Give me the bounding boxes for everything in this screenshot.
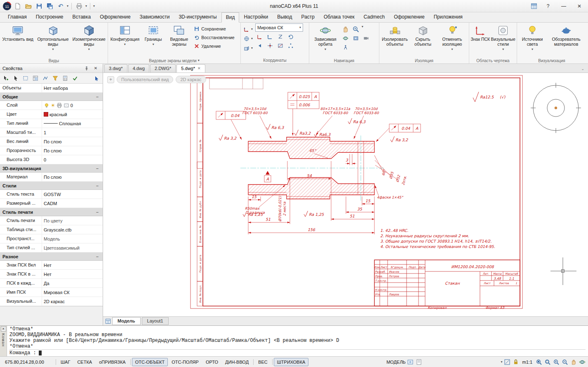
tab-zavisimosti[interactable]: Зависимости: [135, 12, 174, 22]
collapse-icon[interactable]: −: [94, 183, 100, 188]
viewport-borders-button[interactable]: Границы ▾: [141, 23, 165, 56]
layer-print-icon[interactable]: [56, 103, 62, 108]
viewport-add-button[interactable]: +: [107, 76, 114, 83]
unisolate-button[interactable]: Отменить изоляцию ▾: [437, 23, 468, 56]
calc-button[interactable]: [61, 74, 70, 82]
section-header-plotstyle[interactable]: Стиль печати−: [0, 208, 103, 216]
ucs-world-button[interactable]: ▾: [242, 35, 254, 43]
hide-objects-button[interactable]: Скрыть объекты: [410, 23, 436, 56]
ucs-3point-button[interactable]: [286, 42, 295, 50]
section-header-misc[interactable]: Разное−: [0, 252, 103, 261]
toggle-dyn-input[interactable]: ДИН-ВВОД: [222, 358, 252, 366]
zoom-extents-button[interactable]: [535, 358, 543, 366]
lock-icon[interactable]: [512, 358, 520, 366]
prop-ucsicon-origin-row[interactable]: Знак ПСК в ... Нет: [0, 270, 103, 279]
select-arrow-button[interactable]: [92, 74, 101, 82]
save-all-button[interactable]: [45, 2, 54, 11]
viewport-delete-button[interactable]: Удаление: [193, 42, 239, 50]
layout-tab-layout1[interactable]: Layout1: [142, 317, 169, 325]
open-file-button[interactable]: [24, 2, 33, 11]
toggle-osnap[interactable]: оПРИВЯЗКА: [96, 358, 129, 366]
orbit-button-status[interactable]: [578, 358, 586, 366]
space-indicator[interactable]: МОДЕЛЬ: [386, 360, 406, 365]
tab-3d-instrumenty[interactable]: 3D-инструменты: [174, 12, 221, 22]
show-motion-button[interactable]: [351, 34, 360, 42]
ucs-previous-button[interactable]: [255, 42, 264, 50]
prop-visual-style-row[interactable]: Визуальный... 2D каркас: [0, 297, 103, 306]
undo-caret-icon[interactable]: ▾: [67, 5, 68, 8]
light-sources-button[interactable]: Источники света ▾: [518, 23, 546, 56]
prop-transparency-row[interactable]: Прозрачность По слою: [0, 146, 103, 155]
layout-list-icon[interactable]: [105, 318, 111, 324]
undo-button[interactable]: ↶: [56, 2, 65, 11]
model-space-icon[interactable]: [406, 358, 414, 366]
new-file-button[interactable]: [13, 2, 22, 11]
close-doc-icon[interactable]: ✕: [198, 66, 201, 70]
toggle-grid[interactable]: СЕТКА: [74, 358, 95, 366]
tab-postroenie[interactable]: Построение: [31, 12, 68, 22]
section-header-styles[interactable]: Стили−: [0, 182, 103, 190]
free-orbit-button[interactable]: [341, 34, 350, 42]
toggle-polar[interactable]: ОТС-ПОЛЯР: [168, 358, 202, 366]
close-command-panel-button[interactable]: ✕: [1, 326, 6, 332]
tab-rastr[interactable]: Растр: [297, 12, 319, 22]
doc-tab-2dwg[interactable]: 2.DWG*: [150, 64, 176, 72]
prop-plottable-row[interactable]: Таблица сти... Grayscale.ctb: [0, 225, 103, 234]
ucs-x-button[interactable]: [255, 33, 264, 41]
annotation-scale-icon[interactable]: [503, 358, 511, 366]
prop-layer-row[interactable]: Слой ☀ 0: [0, 101, 103, 110]
select-window-button[interactable]: [21, 74, 30, 82]
prop-thickness-row[interactable]: Высота 3D 0: [0, 155, 103, 164]
close-button[interactable]: ✕: [573, 2, 586, 11]
layer-lock-icon[interactable]: [64, 103, 69, 108]
zoom-out-button[interactable]: [561, 358, 569, 366]
add-to-selection-button[interactable]: [1, 74, 10, 82]
viewport-screens-button[interactable]: Видовые экраны: [166, 23, 193, 56]
tab-oformlenie-2[interactable]: Оформление: [389, 12, 429, 22]
zoom-in-button[interactable]: [552, 358, 560, 366]
viewport-config-button[interactable]: Конфигурация ▾: [109, 23, 141, 56]
prop-objects-row[interactable]: Объекты Нет набора: [0, 84, 103, 93]
ucs-z-button[interactable]: [276, 33, 285, 41]
toggle-otrack[interactable]: ОТС-ОБЪЕКТ: [132, 358, 168, 366]
minimize-button[interactable]: —: [557, 2, 570, 11]
iso-views-button[interactable]: Изометрические виды ▾: [72, 23, 106, 56]
walk-button[interactable]: [341, 43, 350, 51]
tab-nastroyki[interactable]: Настройки: [239, 12, 273, 22]
tab-vid[interactable]: Вид: [221, 12, 240, 23]
ortho-views-button[interactable]: Ортогональные виды ▾: [35, 23, 71, 56]
prop-material-row[interactable]: Материал По слою: [0, 173, 103, 182]
paper-space-icon[interactable]: [415, 358, 423, 366]
viewport-save-button[interactable]: Сохранение: [193, 25, 239, 33]
isolate-objects-button[interactable]: Изолировать объекты: [381, 23, 409, 56]
zoom-window-button[interactable]: [543, 358, 552, 366]
ucs-y-button[interactable]: [266, 33, 275, 41]
prop-ucs-name-row[interactable]: Имя ПСК Мировая СК: [0, 288, 103, 297]
doc-tab-3dwg[interactable]: 3.dwg*: [104, 64, 127, 72]
doc-tab-4dwg[interactable]: 4.dwg: [128, 64, 149, 72]
ucs-button[interactable]: ▾: [242, 25, 254, 33]
drawing-canvas[interactable]: + Пользовательский вид 2D каркас: [103, 73, 588, 316]
tab-cadmech[interactable]: Cadmech: [359, 12, 389, 22]
app-logo-icon[interactable]: 11: [2, 2, 12, 11]
group-viewports-label[interactable]: Видовые экраны модели▾: [108, 57, 240, 64]
layer-freeze-icon[interactable]: ☀: [51, 103, 55, 108]
prop-plotspace-row[interactable]: Пространст... Модель: [0, 234, 103, 243]
zoom-realtime-button[interactable]: [351, 25, 360, 33]
tab-prilozheniya[interactable]: Приложения: [429, 12, 467, 22]
prop-linetype-row[interactable]: Тип линий Сплошная: [0, 119, 103, 128]
print-button[interactable]: [75, 2, 84, 11]
filter-button[interactable]: [51, 74, 60, 82]
tab-list-button[interactable]: ⌄: [579, 67, 587, 72]
prop-ltscale-row[interactable]: Масштаб ти... 1: [0, 128, 103, 137]
pan-button-status[interactable]: [569, 358, 578, 366]
prop-dimstyle-row[interactable]: Размерный ... CADM: [0, 199, 103, 208]
wcs-dropdown[interactable]: Мировая СК▾: [255, 23, 303, 32]
orbit-button[interactable]: Зависимая орбита ▾: [310, 23, 340, 56]
command-input[interactable]: Команда :: [9, 349, 586, 356]
help-button[interactable]: ?: [542, 2, 554, 11]
collapse-icon[interactable]: −: [94, 254, 100, 259]
viewport-restore-button[interactable]: Восстановление: [193, 34, 239, 41]
toggle-lineweight[interactable]: ВЕС: [255, 358, 271, 366]
pan-button[interactable]: [341, 25, 350, 33]
